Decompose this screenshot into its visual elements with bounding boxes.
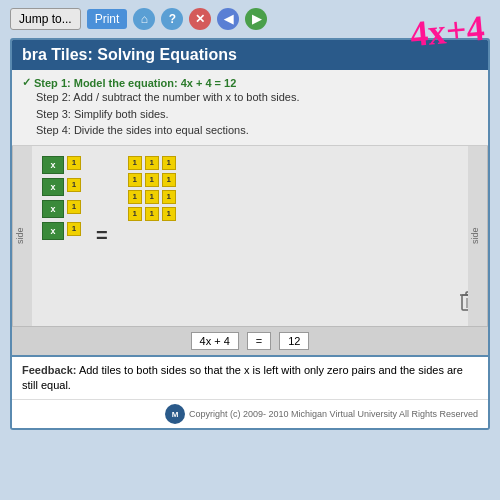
right-tile-row-2: 1 1 1 xyxy=(128,173,176,187)
feedback-area: Feedback: Add tiles to both sides so tha… xyxy=(12,355,488,400)
help-button[interactable]: ? xyxy=(161,8,183,30)
back-button[interactable]: ◀ xyxy=(217,8,239,30)
equation-bar: 4x + 4 = 12 xyxy=(12,326,488,355)
right-tile-row-4: 1 1 1 xyxy=(128,207,176,221)
jump-to-button[interactable]: Jump to... xyxy=(10,8,81,30)
left-tiles: x 1 x 1 x 1 x 1 xyxy=(42,156,81,316)
one-r9[interactable]: 1 xyxy=(162,190,176,204)
toolbar: Jump to... Print ⌂ ? ✕ ◀ ▶ xyxy=(0,0,500,38)
check-icon: ✓ xyxy=(22,76,31,89)
step-3: Step 3: Simplify both sides. xyxy=(36,106,478,123)
one-r5[interactable]: 1 xyxy=(145,173,159,187)
one-tile-3[interactable]: 1 xyxy=(67,200,81,214)
one-r7[interactable]: 1 xyxy=(128,190,142,204)
copyright-text: Copyright (c) 2009- 2010 Michigan Virtua… xyxy=(189,409,478,419)
one-tile-4[interactable]: 1 xyxy=(67,222,81,236)
step-1: ✓ Step 1: Model the equation: 4x + 4 = 1… xyxy=(22,76,478,89)
one-r1[interactable]: 1 xyxy=(128,156,142,170)
feedback-label: Feedback: xyxy=(22,364,76,376)
one-r8[interactable]: 1 xyxy=(145,190,159,204)
main-container: Jump to... Print ⌂ ? ✕ ◀ ▶ bra Tiles: So… xyxy=(0,0,500,500)
x-tile-4[interactable]: x xyxy=(42,222,64,240)
one-r3[interactable]: 1 xyxy=(162,156,176,170)
x-tile-1[interactable]: x xyxy=(42,156,64,174)
right-tiles: 1 1 1 1 1 1 1 1 1 1 xyxy=(123,156,176,316)
page-title: bra Tiles: Solving Equations xyxy=(22,46,237,63)
work-area: side x 1 x 1 x xyxy=(12,146,488,326)
tile-row-2: x 1 xyxy=(42,178,81,196)
left-side-label: side xyxy=(12,146,32,326)
equation-equals: = xyxy=(247,332,271,350)
equation-right: 12 xyxy=(279,332,309,350)
one-tile-1[interactable]: 1 xyxy=(67,156,81,170)
feedback-text: Add tiles to both sides so that the x is… xyxy=(22,364,463,391)
mv-logo: M xyxy=(165,404,185,424)
home-button[interactable]: ⌂ xyxy=(133,8,155,30)
one-r6[interactable]: 1 xyxy=(162,173,176,187)
right-tile-row-3: 1 1 1 xyxy=(128,190,176,204)
one-r2[interactable]: 1 xyxy=(145,156,159,170)
x-tile-3[interactable]: x xyxy=(42,200,64,218)
step-4: Step 4: Divide the sides into equal sect… xyxy=(36,122,478,139)
one-r4[interactable]: 1 xyxy=(128,173,142,187)
print-button[interactable]: Print xyxy=(87,9,128,29)
tile-row-1: x 1 xyxy=(42,156,81,174)
equation-left: 4x + 4 xyxy=(191,332,239,350)
content-area: bra Tiles: Solving Equations ✓ Step 1: M… xyxy=(10,38,490,430)
forward-button[interactable]: ▶ xyxy=(245,8,267,30)
one-r12[interactable]: 1 xyxy=(162,207,176,221)
close-button[interactable]: ✕ xyxy=(189,8,211,30)
step-2: Step 2: Add / subtract the number with x… xyxy=(36,89,478,106)
x-tile-2[interactable]: x xyxy=(42,178,64,196)
copyright-bar: M Copyright (c) 2009- 2010 Michigan Virt… xyxy=(12,399,488,428)
tiles-panel: x 1 x 1 x 1 x 1 xyxy=(32,146,468,326)
one-r10[interactable]: 1 xyxy=(128,207,142,221)
one-r11[interactable]: 1 xyxy=(145,207,159,221)
tile-row-3: x 1 xyxy=(42,200,81,218)
right-tile-row-1: 1 1 1 xyxy=(128,156,176,170)
title-bar: bra Tiles: Solving Equations xyxy=(12,40,488,70)
right-side-label: side xyxy=(468,146,488,326)
steps-area: ✓ Step 1: Model the equation: 4x + 4 = 1… xyxy=(12,70,488,146)
equals-sign: = xyxy=(91,156,113,316)
tile-row-4: x 1 xyxy=(42,222,81,240)
one-tile-2[interactable]: 1 xyxy=(67,178,81,192)
